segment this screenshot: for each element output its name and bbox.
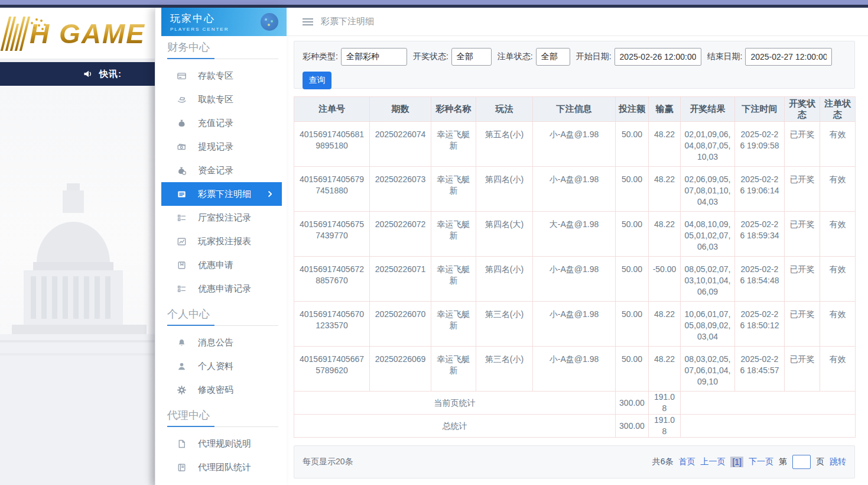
cell-bet-status: 有效 — [820, 302, 856, 347]
table-row: 401569174056675789620 20250226069 幸运飞艇新 … — [294, 347, 856, 392]
col-header-period: 期数 — [370, 97, 431, 122]
lottery-type-value: 全部彩种 — [346, 51, 379, 62]
logo-text: H GAME — [30, 18, 145, 50]
current-page[interactable]: [1] — [730, 457, 743, 467]
sidebar-item-messages[interactable]: 消息公告 — [155, 331, 287, 354]
cell-bet-status: 有效 — [820, 122, 856, 167]
sidebar-section-agent: 代理中心 — [167, 408, 278, 427]
page-summary-bet-amount: 300.00 — [616, 392, 649, 415]
table-row: 401569174056701233570 20250226070 幸运飞艇新 … — [294, 302, 856, 347]
sidebar-item-recharge-records[interactable]: 充值记录 — [155, 111, 287, 135]
section-accent — [167, 58, 214, 59]
cell-bet-amount: 50.00 — [616, 347, 649, 392]
sidebar-item-promo-apply-records[interactable]: 优惠申请记录 — [155, 277, 287, 300]
document-list-icon — [177, 189, 187, 199]
cell-bet-amount: 50.00 — [616, 212, 649, 257]
cell-draw-result: 10,06,01,07,05,08,09,02,03,04 — [681, 302, 735, 347]
query-button[interactable]: 查询 — [303, 72, 331, 89]
draw-status-select[interactable]: 全部 — [451, 48, 492, 66]
sidebar-item-withdraw[interactable]: 取款专区 — [155, 88, 287, 111]
first-page-link[interactable]: 首页 — [678, 457, 695, 467]
page-jump-input[interactable] — [792, 455, 811, 469]
deposit-card-icon — [177, 71, 187, 81]
table-row: 401569174056797451880 20250226073 幸运飞艇新 … — [294, 167, 856, 212]
cell-play: 第四名(大) — [476, 212, 533, 257]
bet-status-select[interactable]: 全部 — [536, 48, 570, 66]
cell-bet-status: 有效 — [820, 347, 856, 392]
sidebar-item-profile[interactable]: 个人资料 — [155, 354, 287, 378]
start-date-input[interactable] — [615, 48, 701, 66]
col-header-draw-status: 开奖状态 — [785, 97, 820, 122]
main-content: 彩票下注明细 彩种类型: 全部彩种 开奖状态: 全部 注单状态: 全部 — [287, 8, 868, 485]
sidebar-item-change-password[interactable]: 修改密码 — [155, 378, 287, 402]
sidebar-section-finance: 财务中心 — [167, 40, 278, 59]
table-header-row: 注单号 期数 彩种名称 玩法 下注信息 投注额 输赢 开奖结果 下注时间 开奖状… — [294, 97, 856, 122]
money-bag-coin-icon — [177, 166, 187, 176]
cell-bet-info: 小-A盘@1.98 — [533, 167, 616, 212]
chart-icon — [177, 237, 187, 247]
start-date-label: 开始日期: — [576, 51, 612, 62]
cell-play: 第三名(小) — [476, 347, 533, 392]
cell-draw-status: 已开奖 — [785, 167, 820, 212]
site-logo-bar: H GAME — [0, 8, 155, 59]
sidebar-item-label: 优惠申请记录 — [198, 283, 251, 295]
cell-bet-info: 大-A盘@1.98 — [533, 212, 616, 257]
col-header-bet-info: 下注信息 — [533, 97, 616, 122]
cell-lottery: 幸运飞艇新 — [431, 347, 476, 392]
col-header-play: 玩法 — [476, 97, 533, 122]
sidebar-item-promo-apply[interactable]: 优惠申请 — [155, 253, 287, 277]
background-site: H GAME 快讯: — [0, 8, 155, 485]
chevron-down-icon — [396, 55, 402, 59]
prev-page-link[interactable]: 上一页 — [700, 457, 725, 467]
book-icon — [177, 463, 187, 473]
gear-icon — [177, 385, 187, 395]
sidebar-item-agent-team-stats[interactable]: 代理团队统计 — [155, 455, 287, 479]
draw-status-label: 开奖状态: — [413, 51, 448, 62]
sidebar-item-player-bet-report[interactable]: 玩家投注报表 — [155, 229, 287, 253]
sidebar-item-hall-bet-records[interactable]: 厅室投注记录 — [155, 206, 287, 229]
cell-period: 20250226072 — [370, 212, 431, 257]
sidebar-item-deposit[interactable]: 存款专区 — [155, 64, 287, 88]
cell-bet-info: 小-A盘@1.98 — [533, 122, 616, 167]
sidebar-menu-agent: 代理规则说明 代理团队统计 — [155, 432, 287, 479]
sidebar-item-label: 代理规则说明 — [198, 438, 251, 450]
sidebar-item-lottery-bet-details[interactable]: 彩票下注明细 — [161, 182, 282, 206]
sidebar-item-withdraw-records[interactable]: 提现记录 — [155, 135, 287, 159]
cell-draw-status: 已开奖 — [785, 212, 820, 257]
game-controller-icon — [261, 13, 278, 31]
sidebar-item-agent-rules[interactable]: 代理规则说明 — [155, 432, 287, 455]
cell-win-loss: 48.22 — [649, 167, 681, 212]
sidebar-item-fund-records[interactable]: 资金记录 — [155, 159, 287, 182]
cell-period: 20250226073 — [370, 167, 431, 212]
lottery-type-select[interactable]: 全部彩种 — [341, 48, 407, 66]
cell-win-loss: -50.00 — [649, 257, 681, 302]
cell-bet-no: 401569174056675789620 — [294, 347, 370, 392]
page-title: 彩票下注明细 — [321, 16, 374, 27]
chevron-down-icon — [480, 55, 486, 59]
cell-bet-status: 有效 — [820, 257, 856, 302]
end-date-input[interactable] — [745, 48, 832, 66]
cell-win-loss: 48.22 — [649, 122, 681, 167]
cell-bet-time: 2025-02-26 18:50:12 — [735, 302, 785, 347]
cell-period: 20250226070 — [370, 302, 431, 347]
cell-bet-info: 小-A盘@1.98 — [533, 302, 616, 347]
col-header-bet-time: 下注时间 — [735, 97, 785, 122]
site-logo[interactable]: H GAME — [5, 15, 145, 53]
chevron-down-icon — [559, 55, 565, 59]
document-icon — [177, 439, 187, 449]
page-summary-empty — [681, 392, 856, 415]
sidebar-item-label: 玩家投注报表 — [198, 236, 251, 247]
sidebar-item-label: 个人资料 — [198, 361, 233, 372]
logo-striped-h — [1, 17, 30, 51]
total-summary-empty — [681, 415, 856, 438]
page-size-text: 每页显示20条 — [303, 457, 353, 467]
next-page-link[interactable]: 下一页 — [749, 457, 773, 467]
cell-bet-amount: 50.00 — [616, 302, 649, 347]
section-label: 个人中心 — [167, 306, 278, 326]
cell-bet-amount: 50.00 — [616, 167, 649, 212]
jump-link[interactable]: 跳转 — [830, 457, 846, 467]
hamburger-menu-icon[interactable] — [303, 18, 313, 25]
cell-bet-no: 401569174056757439770 — [294, 212, 370, 257]
section-accent — [167, 325, 214, 326]
sidebar-item-label: 提现记录 — [198, 141, 233, 153]
